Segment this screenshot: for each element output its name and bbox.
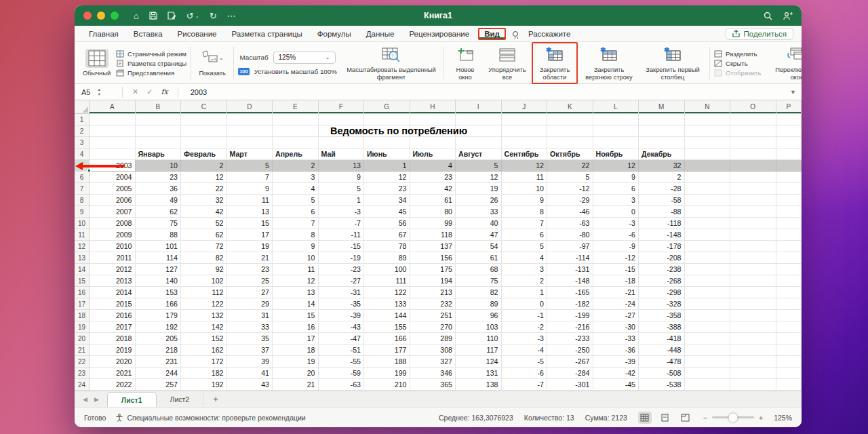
- row-header-14[interactable]: 14: [75, 264, 90, 275]
- cell-N1[interactable]: [685, 114, 731, 125]
- cell-D23[interactable]: 41: [227, 368, 273, 379]
- cell-K6[interactable]: 5: [547, 172, 593, 183]
- cell-H19[interactable]: 270: [410, 321, 456, 333]
- cell-M19[interactable]: -388: [639, 321, 685, 333]
- cell-L13[interactable]: -12: [593, 252, 639, 264]
- cell-D17[interactable]: 29: [227, 298, 273, 310]
- normal-view-toggle[interactable]: [638, 412, 652, 424]
- cell-I14[interactable]: 68: [456, 264, 502, 275]
- cell-H11[interactable]: 118: [410, 229, 456, 241]
- cell-C5[interactable]: 2: [181, 160, 227, 172]
- row-header-11[interactable]: 11: [75, 229, 90, 241]
- cell-O17[interactable]: [730, 298, 776, 310]
- arrange-all-button[interactable]: Упорядочить все: [483, 43, 532, 83]
- cell-G14[interactable]: 100: [364, 264, 410, 275]
- cell-L14[interactable]: -15: [593, 264, 639, 275]
- cell-C16[interactable]: 112: [181, 287, 227, 298]
- cell-C8[interactable]: 32: [181, 195, 227, 206]
- cell-C19[interactable]: 142: [181, 321, 227, 333]
- cell-P22[interactable]: [776, 356, 802, 368]
- cell-G8[interactable]: 34: [364, 195, 410, 206]
- cell-A24[interactable]: 2022: [90, 379, 136, 391]
- cell-B22[interactable]: 231: [136, 356, 182, 368]
- cell-A13[interactable]: 2011: [90, 252, 136, 264]
- cell-J22[interactable]: -5: [502, 356, 548, 368]
- cell-F12[interactable]: -15: [319, 241, 365, 252]
- sheet-next-icon[interactable]: ▶: [94, 396, 99, 403]
- cell-D21[interactable]: 37: [227, 344, 273, 356]
- cell-F19[interactable]: -43: [319, 321, 365, 333]
- undo-icon[interactable]: ↺⌄: [186, 12, 199, 20]
- ribbon-tab-3[interactable]: Рисование: [172, 28, 223, 39]
- cell-O1[interactable]: [730, 114, 776, 125]
- cell-F13[interactable]: -19: [319, 252, 365, 264]
- add-sheet-button[interactable]: +: [203, 391, 228, 407]
- cell-E14[interactable]: 11: [273, 264, 319, 275]
- cell-J20[interactable]: -3: [502, 333, 548, 344]
- cell-C13[interactable]: 82: [181, 252, 227, 264]
- cell-M11[interactable]: -148: [639, 229, 685, 241]
- column-header-H[interactable]: H: [410, 100, 456, 114]
- cell-M20[interactable]: -418: [639, 333, 685, 344]
- cell-L11[interactable]: -6: [593, 229, 639, 241]
- ribbon-tab-8[interactable]: Вид: [478, 28, 506, 40]
- cell-E10[interactable]: 7: [273, 218, 319, 229]
- cell-P2[interactable]: [776, 125, 802, 137]
- cell-J2[interactable]: [502, 125, 548, 137]
- cell-H15[interactable]: 194: [410, 275, 456, 287]
- cell-G10[interactable]: 56: [364, 218, 410, 229]
- ribbon-tab-2[interactable]: Вставка: [127, 28, 169, 39]
- cell-B4[interactable]: Январь: [136, 149, 182, 160]
- cell-F23[interactable]: -59: [319, 368, 365, 379]
- column-header-A[interactable]: A: [90, 100, 136, 114]
- column-header-E[interactable]: E: [273, 100, 319, 114]
- cell-E21[interactable]: 18: [273, 344, 319, 356]
- formula-value[interactable]: 2003: [191, 88, 207, 96]
- cell-H6[interactable]: 23: [410, 172, 456, 183]
- cell-L17[interactable]: -24: [593, 298, 639, 310]
- cell-K14[interactable]: -131: [547, 264, 593, 275]
- cell-F11[interactable]: -11: [319, 229, 365, 241]
- freeze-panes-button[interactable]: ✱ Закрепить области: [532, 42, 578, 84]
- cell-H2[interactable]: [410, 125, 456, 137]
- cell-J14[interactable]: 3: [502, 264, 548, 275]
- cell-H1[interactable]: [410, 114, 456, 125]
- cell-O24[interactable]: [730, 379, 776, 391]
- cell-C21[interactable]: 162: [181, 344, 227, 356]
- name-box-stepper[interactable]: ▲▼: [97, 87, 100, 96]
- cell-E4[interactable]: Апрель: [273, 149, 319, 160]
- cell-E18[interactable]: 15: [273, 310, 319, 321]
- cell-K15[interactable]: -148: [547, 275, 593, 287]
- cell-M13[interactable]: -208: [639, 252, 685, 264]
- cell-D19[interactable]: 33: [227, 321, 273, 333]
- cell-B21[interactable]: 218: [136, 344, 182, 356]
- cell-G16[interactable]: 122: [364, 287, 410, 298]
- cell-P9[interactable]: [776, 206, 802, 218]
- cell-D18[interactable]: 31: [227, 310, 273, 321]
- cell-E15[interactable]: 12: [273, 275, 319, 287]
- cell-F21[interactable]: -51: [319, 344, 365, 356]
- redo-icon[interactable]: ↻: [210, 12, 217, 20]
- cell-G3[interactable]: [364, 137, 410, 149]
- cell-C10[interactable]: 52: [181, 218, 227, 229]
- cell-K7[interactable]: -12: [547, 183, 593, 195]
- close-window-button[interactable]: [83, 12, 92, 20]
- cell-D6[interactable]: 7: [227, 172, 273, 183]
- cell-I2[interactable]: [456, 125, 502, 137]
- cell-C15[interactable]: 102: [181, 275, 227, 287]
- cell-C23[interactable]: 182: [181, 368, 227, 379]
- row-header-18[interactable]: 18: [75, 310, 90, 321]
- cell-H21[interactable]: 308: [410, 344, 456, 356]
- cell-A17[interactable]: 2015: [90, 298, 136, 310]
- cell-I6[interactable]: 12: [456, 172, 502, 183]
- cell-J17[interactable]: 0: [502, 298, 548, 310]
- cell-L24[interactable]: -45: [593, 379, 639, 391]
- cell-K2[interactable]: [547, 125, 593, 137]
- cell-O20[interactable]: [730, 333, 776, 344]
- cell-K24[interactable]: -301: [547, 379, 593, 391]
- page-break-toggle[interactable]: [679, 412, 692, 424]
- cell-E24[interactable]: 21: [273, 379, 319, 391]
- cell-G4[interactable]: Июнь: [364, 149, 410, 160]
- cell-J11[interactable]: 6: [502, 229, 548, 241]
- cell-L21[interactable]: -36: [593, 344, 639, 356]
